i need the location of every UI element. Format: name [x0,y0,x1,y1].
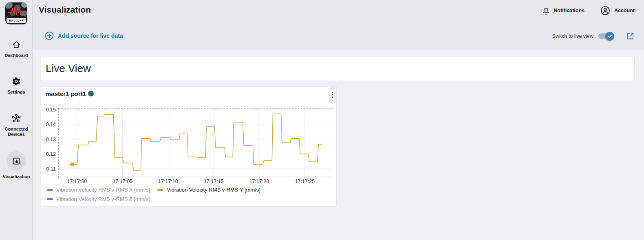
sidebar-item-label: Settings [0,89,33,95]
plus-circle-icon [45,31,54,40]
account-label: Account [614,8,635,13]
svg-text:0.14: 0.14 [46,122,56,127]
legend-swatch-x [47,189,53,191]
svg-text:17:17:10: 17:17:10 [158,179,178,184]
svg-text:BALLUFF: BALLUFF [9,19,24,22]
sidebar-item-label: Dashboard [0,53,33,58]
balluff-logo-icon: BALLUFF [5,2,27,24]
topbar: Visualization Notifications Account [33,0,644,50]
topbar-actions: Notifications Account [542,5,635,16]
bell-icon [542,7,550,15]
chart-legend-row-2: Vibration Velocity RMS v-RMS Z [mm/s] [47,196,150,202]
account-button[interactable]: Account [600,5,635,16]
live-view-toggle[interactable] [598,33,613,39]
gear-icon [11,76,21,86]
svg-text:0.12: 0.12 [46,151,56,157]
toggle-thumb [605,32,614,41]
notifications-label: Notifications [554,8,584,13]
chart-canvas[interactable]: 0.110.120.130.140.1517:17:0017:17:0517:1… [41,87,337,186]
legend-swatch-z [47,198,53,200]
legend-label-x: Vibration Velocity RMS v-RMS X [mm/s] [56,187,150,193]
svg-text:17:17:00: 17:17:00 [67,179,87,184]
sidebar-item-dashboard[interactable]: Dashboard [0,40,33,58]
svg-text:0.11: 0.11 [46,166,56,172]
add-source-button[interactable]: Add source for live data [45,31,123,40]
legend-item-x[interactable]: Vibration Velocity RMS v-RMS X [mm/s] [47,187,150,193]
add-source-label: Add source for live data [58,33,123,39]
live-view-controls: Switch to live view [552,32,635,40]
account-icon [600,5,611,16]
legend-item-z[interactable]: Vibration Velocity RMS v-RMS Z [mm/s] [47,196,150,202]
chart-legend-row-1: Vibration Velocity RMS v-RMS X [mm/s] Vi… [47,187,260,193]
app-window: BALLUFF Dashboard Settings [0,0,644,240]
svg-text:17:17:05: 17:17:05 [112,179,132,184]
balluff-logo[interactable]: BALLUFF [5,2,27,24]
svg-text:0.15: 0.15 [46,107,56,113]
svg-text:0.13: 0.13 [46,137,56,142]
legend-label-z: Vibration Velocity RMS v-RMS Z [mm/s] [56,196,150,202]
sidebar-item-label: Visualization [0,174,33,179]
sidebar-item-label: Connected Devices [2,127,30,137]
chart-card: master1 port1 0.110.120.130.140.1517:17:… [41,87,337,206]
switch-to-live-view-label: Switch to live view [552,33,593,39]
sidebar-item-visualization[interactable]: Visualization [0,151,33,179]
svg-text:17:17:25: 17:17:25 [295,179,315,184]
legend-swatch-y [157,189,163,191]
check-icon [607,33,613,39]
chart-icon [11,156,21,166]
sidebar: BALLUFF Dashboard Settings [0,0,33,240]
sidebar-item-connected-devices[interactable]: Connected Devices [0,113,33,137]
svg-text:17:17:20: 17:17:20 [249,179,269,184]
home-icon [11,40,21,50]
sidebar-item-settings[interactable]: Settings [0,76,33,95]
svg-text:17:17:15: 17:17:15 [204,179,224,184]
live-view-panel: Live View [41,57,635,81]
legend-item-y[interactable]: Vibration Velocity RMS v-RMS Y [mm/s] [157,187,260,193]
open-external-button[interactable] [626,32,635,40]
notifications-button[interactable]: Notifications [542,7,584,15]
main-content: Live View master1 port1 0.110.120.130.14… [33,50,644,240]
hub-icon [11,113,21,123]
legend-label-y: Vibration Velocity RMS v-RMS Y [mm/s] [167,187,260,193]
external-link-icon [626,32,635,40]
page-title: Visualization [39,5,91,15]
live-view-title: Live View [41,57,634,80]
active-item-highlight [7,151,26,171]
